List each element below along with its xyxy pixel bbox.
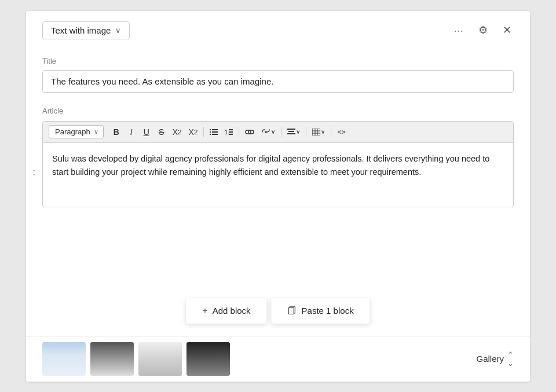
paragraph-style-label: Paragraph — [55, 127, 90, 136]
close-icon: ✕ — [503, 24, 511, 36]
svg-rect-12 — [288, 131, 294, 132]
bold-button[interactable]: B — [109, 125, 123, 139]
article-text: Sulu was developed by digital agency pro… — [52, 154, 489, 177]
svg-rect-1 — [212, 129, 218, 130]
svg-rect-3 — [212, 131, 218, 133]
align-button[interactable]: ∨ — [284, 126, 303, 138]
embed-button[interactable]: ∨ — [258, 126, 278, 138]
content-area: Title Article Paragraph ∨ B I U S X2 X2 — [26, 50, 530, 221]
gallery-thumb-2[interactable] — [90, 342, 134, 376]
drag-handle-1[interactable] — [32, 167, 36, 178]
emoji-button[interactable]: ··· — [451, 23, 466, 38]
paragraph-chevron-icon: ∨ — [94, 128, 98, 135]
table-chevron-icon: ∨ — [321, 129, 325, 135]
svg-rect-13 — [287, 133, 295, 134]
toolbar-divider-5 — [331, 127, 331, 137]
gallery-thumb-1[interactable] — [42, 342, 86, 376]
rich-text-editor: Paragraph ∨ B I U S X2 X2 — [42, 121, 514, 207]
toolbar-divider-3 — [281, 127, 281, 137]
ordered-list-button[interactable]: 1. — [222, 126, 236, 138]
gallery-label[interactable]: Gallery ⌃⌄ — [476, 350, 514, 368]
gallery-sort-icon: ⌃⌄ — [507, 350, 514, 368]
strikethrough-button[interactable]: S — [155, 125, 169, 139]
svg-rect-11 — [287, 129, 295, 130]
subscript-button[interactable]: X2 — [170, 125, 185, 139]
italic-button[interactable]: I — [125, 125, 138, 139]
toolbar-divider-1 — [203, 127, 204, 137]
svg-rect-0 — [210, 129, 211, 130]
title-input[interactable] — [42, 70, 514, 93]
article-label: Article — [42, 107, 514, 115]
chevron-down-icon: ∨ — [115, 26, 121, 35]
svg-rect-20 — [289, 307, 294, 314]
gallery-thumb-3[interactable] — [138, 342, 182, 376]
rte-toolbar: Paragraph ∨ B I U S X2 X2 — [43, 122, 513, 143]
svg-rect-4 — [210, 134, 211, 135]
svg-rect-14 — [312, 129, 320, 135]
add-block-button[interactable]: + Add block — [186, 298, 266, 324]
superscript-button[interactable]: X2 — [186, 125, 201, 139]
title-label: Title — [42, 57, 514, 65]
gallery-thumb-4[interactable] — [186, 342, 230, 376]
gear-icon: ⚙ — [478, 24, 488, 36]
gallery-thumbnails — [42, 342, 230, 376]
embed-chevron-icon: ∨ — [271, 129, 275, 135]
article-content[interactable]: Sulu was developed by digital agency pro… — [43, 143, 513, 207]
close-button[interactable]: ✕ — [500, 23, 514, 38]
toolbar-divider-4 — [306, 127, 306, 137]
paste-icon — [288, 305, 297, 317]
paste-block-label: Paste 1 block — [302, 306, 354, 316]
plus-icon: + — [202, 306, 207, 316]
toolbar-divider-2 — [239, 127, 239, 137]
underline-button[interactable]: U — [140, 125, 153, 139]
gallery-row: Gallery ⌃⌄ — [26, 336, 530, 382]
gallery-text: Gallery — [476, 354, 504, 364]
unordered-list-button[interactable] — [207, 126, 221, 138]
settings-button[interactable]: ⚙ — [476, 23, 490, 38]
paste-block-button[interactable]: Paste 1 block — [272, 298, 370, 324]
add-block-label: Add block — [213, 306, 251, 316]
code-button[interactable]: <> — [334, 126, 348, 138]
svg-rect-9 — [229, 134, 233, 135]
table-button[interactable]: ∨ — [309, 126, 328, 138]
link-button[interactable] — [242, 126, 257, 138]
ellipsis-icon: ··· — [453, 24, 463, 37]
block-type-label: Text with image — [51, 25, 111, 35]
align-chevron-icon: ∨ — [296, 129, 300, 135]
svg-rect-8 — [229, 131, 233, 133]
svg-rect-7 — [229, 129, 233, 130]
paragraph-style-select[interactable]: Paragraph ∨ — [49, 125, 104, 138]
top-actions: ··· ⚙ ✕ — [451, 23, 514, 38]
svg-rect-5 — [212, 134, 218, 135]
svg-rect-2 — [210, 131, 211, 133]
action-bar: + Add block Paste 1 block — [186, 298, 370, 324]
top-bar: Text with image ∨ ··· ⚙ ✕ — [26, 11, 530, 50]
block-type-selector[interactable]: Text with image ∨ — [42, 21, 130, 39]
